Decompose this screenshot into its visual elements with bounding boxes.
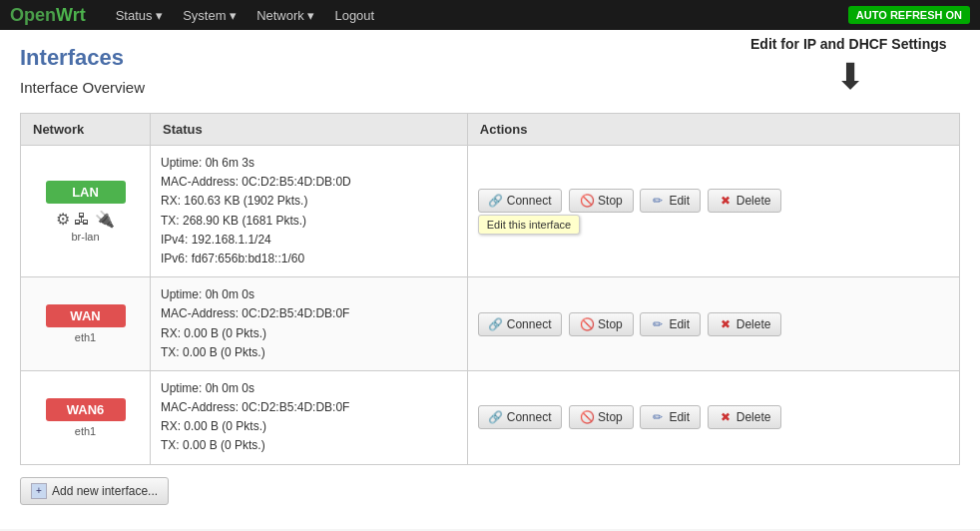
network-cell: WAN eth1: [21, 277, 151, 371]
interfaces-table: Network Status Actions LAN ⚙ 🖧 🔌 br-lan …: [20, 113, 960, 465]
tx-value: TX: 268.90 KB (1681 Pkts.): [161, 212, 457, 231]
auto-refresh-badge: AUTO REFRESH ON: [848, 6, 970, 24]
stop-button[interactable]: 🚫 Stop: [569, 312, 634, 336]
add-interface-label: Add new interface...: [52, 484, 158, 498]
stop-label: Stop: [598, 194, 623, 208]
network-icons: ⚙ 🖧 🔌: [31, 210, 140, 229]
uptime: Uptime: 0h 0m 0s: [161, 285, 457, 304]
connect-button[interactable]: 🔗 Connect: [478, 312, 563, 336]
edit-button[interactable]: ✏ Edit: [640, 189, 701, 213]
annotation-area: Edit for IP and DHCF Settings ⬇: [750, 35, 950, 95]
stop-icon: 🚫: [580, 317, 594, 331]
actions-cell: 🔗 Connect 🚫 Stop ✏ Edit ✖ Delete: [467, 370, 959, 464]
network-cell: LAN ⚙ 🖧 🔌 br-lan: [21, 146, 151, 277]
page-content: Interfaces Interface Overview Edit for I…: [0, 30, 980, 529]
edit-label: Edit: [669, 410, 690, 424]
delete-label: Delete: [736, 194, 771, 208]
connect-icon: 🔗: [489, 410, 503, 424]
connect-button[interactable]: 🔗 Connect: [478, 189, 563, 213]
table-row: WAN6 eth1 Uptime: 0h 0m 0s MAC-Address: …: [21, 370, 960, 464]
topnav: OpenWrt Status ▾ System ▾ Network ▾ Logo…: [0, 0, 980, 30]
edit-icon: ✏: [651, 317, 665, 331]
status-cell: Uptime: 0h 0m 0s MAC-Address: 0C:D2:B5:4…: [151, 277, 468, 371]
mac-address: MAC-Address: 0C:D2:B5:4D:DB:0D: [161, 173, 457, 192]
network-badge: WAN: [46, 304, 126, 327]
status-cell: Uptime: 0h 0m 0s MAC-Address: 0C:D2:B5:4…: [151, 370, 468, 464]
edit-icon: ✏: [651, 194, 665, 208]
status-cell: Uptime: 0h 6m 3s MAC-Address: 0C:D2:B5:4…: [151, 146, 468, 277]
edit-button[interactable]: ✏ Edit: [640, 405, 701, 429]
page-title: Interfaces: [20, 45, 145, 71]
col-actions: Actions: [467, 114, 959, 146]
actions-cell: 🔗 Connect 🚫 Stop ✏ Edit ✖ Delete Edit th…: [467, 146, 959, 277]
nav-status[interactable]: Status ▾: [106, 0, 173, 30]
add-interface-button[interactable]: + Add new interface...: [20, 477, 169, 505]
logo-wrt: Wrt: [56, 5, 86, 25]
stop-label: Stop: [598, 410, 623, 424]
edit-label: Edit: [669, 317, 690, 331]
edit-label: Edit: [669, 194, 690, 208]
connect-icon: 🔗: [489, 194, 503, 208]
page-title-area: Interfaces Interface Overview: [20, 45, 145, 108]
mac-address: MAC-Address: 0C:D2:B5:4D:DB:0F: [161, 304, 457, 323]
table-row: LAN ⚙ 🖧 🔌 br-lan Uptime: 0h 6m 3s MAC-Ad…: [21, 146, 960, 277]
nav-system[interactable]: System ▾: [173, 0, 246, 30]
annotation-text: Edit for IP and DHCF Settings: [750, 35, 950, 55]
network-badge: LAN: [46, 181, 126, 204]
delete-icon: ✖: [719, 317, 733, 331]
page-header: Interfaces Interface Overview Edit for I…: [20, 45, 960, 108]
interface-name: br-lan: [31, 231, 140, 243]
logo-open: Open: [10, 5, 56, 25]
interface-name: eth1: [31, 331, 140, 343]
stop-icon: 🚫: [580, 410, 594, 424]
logo: OpenWrt: [10, 5, 86, 26]
ipv4-address: IPv4: 192.168.1.1/24: [161, 231, 457, 250]
uptime: Uptime: 0h 6m 3s: [161, 154, 457, 173]
connect-label: Connect: [507, 194, 552, 208]
connect-label: Connect: [507, 410, 552, 424]
connect-icon: 🔗: [489, 317, 503, 331]
stop-label: Stop: [598, 317, 623, 331]
section-title: Interface Overview: [20, 79, 145, 96]
delete-label: Delete: [736, 317, 771, 331]
rx-value: RX: 0.00 B (0 Pkts.): [161, 417, 457, 436]
delete-icon: ✖: [719, 410, 733, 424]
actions-cell: 🔗 Connect 🚫 Stop ✏ Edit ✖ Delete: [467, 277, 959, 371]
interface-name: eth1: [31, 425, 140, 437]
network-cell: WAN6 eth1: [21, 370, 151, 464]
network-badge: WAN6: [46, 398, 126, 421]
nav-logout[interactable]: Logout: [324, 0, 384, 30]
delete-icon: ✖: [719, 194, 733, 208]
stop-button[interactable]: 🚫 Stop: [569, 405, 634, 429]
delete-button[interactable]: ✖ Delete: [708, 405, 782, 429]
connect-button[interactable]: 🔗 Connect: [478, 405, 563, 429]
arrow-down-icon: ⬇: [750, 59, 950, 95]
table-row: WAN eth1 Uptime: 0h 0m 0s MAC-Address: 0…: [21, 277, 960, 371]
uptime: Uptime: 0h 0m 0s: [161, 379, 457, 398]
stop-icon: 🚫: [580, 194, 594, 208]
edit-icon: ✏: [651, 410, 665, 424]
edit-tooltip: Edit this interface: [478, 215, 580, 235]
mac-address: MAC-Address: 0C:D2:B5:4D:DB:0F: [161, 398, 457, 417]
tx-value: TX: 0.00 B (0 Pkts.): [161, 436, 457, 455]
rx-value: RX: 160.63 KB (1902 Pkts.): [161, 192, 457, 211]
delete-label: Delete: [736, 410, 771, 424]
nav-network[interactable]: Network ▾: [246, 0, 324, 30]
ipv6-address: IPv6: fd67:656b:bd18::1/60: [161, 250, 457, 268]
connect-label: Connect: [507, 317, 552, 331]
add-icon: +: [31, 483, 47, 499]
stop-button[interactable]: 🚫 Stop: [569, 189, 634, 213]
tx-value: TX: 0.00 B (0 Pkts.): [161, 343, 457, 362]
delete-button[interactable]: ✖ Delete: [708, 189, 782, 213]
col-network: Network: [21, 114, 151, 146]
col-status: Status: [151, 114, 468, 146]
delete-button[interactable]: ✖ Delete: [708, 312, 782, 336]
edit-button[interactable]: ✏ Edit: [640, 312, 701, 336]
rx-value: RX: 0.00 B (0 Pkts.): [161, 324, 457, 343]
